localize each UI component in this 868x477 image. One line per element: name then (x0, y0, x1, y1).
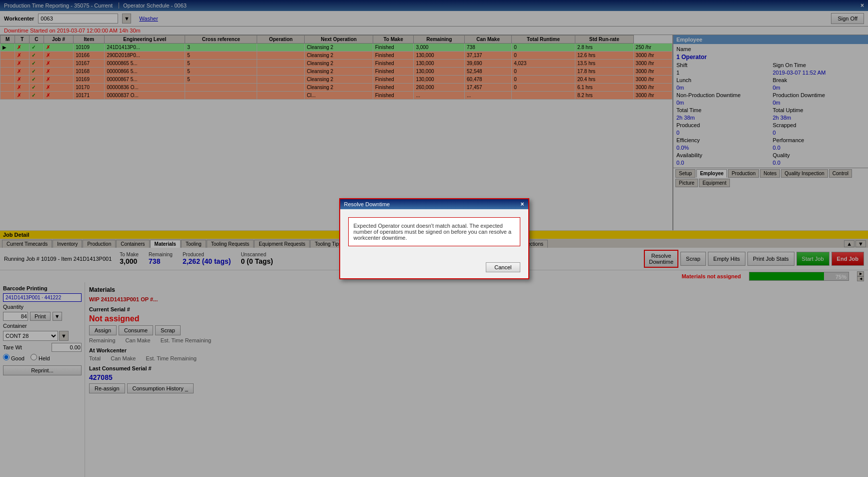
modal-body: Expected Operator count doesn't match ac… (340, 209, 528, 262)
modal-title-bar: Resolve Downtime × (340, 199, 528, 209)
modal-title-text: Resolve Downtime (344, 201, 390, 207)
modal-message: Expected Operator count doesn't match ac… (348, 217, 520, 246)
modal-overlay: Resolve Downtime × Expected Operator cou… (0, 0, 868, 477)
modal-cancel-button[interactable]: Cancel (486, 262, 520, 272)
modal-footer: Cancel (340, 262, 528, 278)
resolve-downtime-dialog: Resolve Downtime × Expected Operator cou… (339, 198, 529, 279)
modal-close-button[interactable]: × (520, 201, 524, 208)
